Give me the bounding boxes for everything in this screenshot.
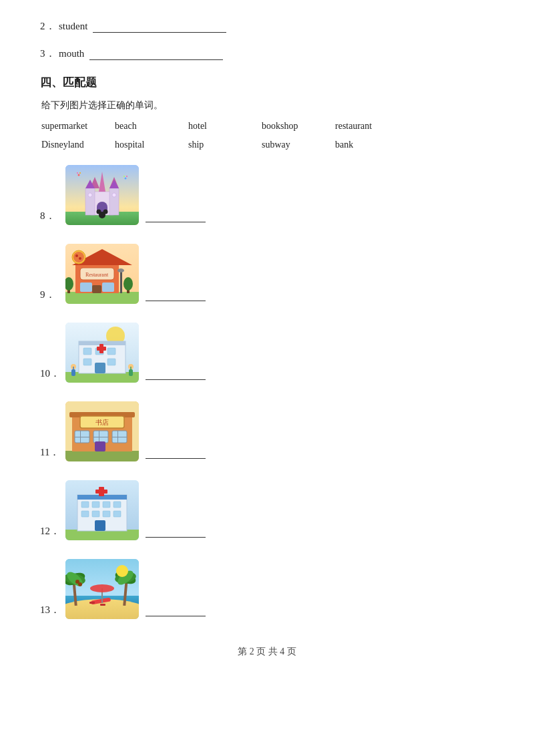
word-bank-hotel: hotel [188,121,262,132]
word-bank-bank: bank [335,140,409,150]
svg-rect-4 [109,188,119,215]
word-bank-subway: subway [262,140,335,150]
matching-num-8: 8． [40,210,65,225]
svg-rect-89 [95,490,107,494]
footer-text: 第 2 页 共 4 页 [238,646,296,656]
svg-rect-84 [81,511,89,517]
svg-point-35 [75,254,78,257]
matching-num-9: 9． [40,289,65,304]
svg-rect-74 [112,437,127,437]
svg-rect-23 [65,292,139,304]
beach-svg [65,559,139,619]
svg-rect-80 [81,502,89,508]
matching-row-9: 9． Restaurant [40,244,494,304]
hospital-svg [65,323,139,383]
fill-in-label-3: mouth [59,48,84,59]
beach-image [65,559,139,619]
matching-answer-12[interactable] [146,526,206,538]
word-bank-beach: beach [115,121,188,132]
word-bank-row1: supermarket beach hotel bookshop restaur… [41,121,494,132]
matching-row-12: 12． [40,480,494,540]
section4-desc: 给下列图片选择正确的单词。 [40,100,494,112]
word-bank-restaurant: restaurant [335,121,409,132]
svg-rect-28 [80,282,92,292]
svg-rect-83 [113,502,121,508]
svg-point-21 [126,176,127,177]
restaurant-image: Restaurant [65,244,139,304]
matching-answer-11[interactable] [146,447,206,459]
svg-rect-82 [103,502,110,508]
word-bank-bookshop: bookshop [262,121,335,132]
svg-rect-61 [65,451,139,461]
fill-in-row-3: 3． mouth [40,47,494,60]
matching-num-10: 10． [40,367,65,383]
matching-num-12: 12． [40,525,65,540]
svg-point-19 [125,178,127,180]
svg-rect-51 [95,363,105,373]
svg-point-34 [73,252,84,262]
svg-rect-46 [83,348,91,355]
disneyland-image [65,165,139,225]
matching-answer-8[interactable] [146,211,206,222]
svg-point-14 [97,210,101,214]
matching-row-8: 8． [40,165,494,225]
svg-rect-85 [92,511,99,517]
svg-point-36 [79,257,81,260]
fill-in-input-3[interactable] [89,48,223,60]
svg-rect-53 [97,347,106,351]
svg-rect-68 [75,437,89,437]
hotel-cross-svg [65,480,139,540]
svg-point-16 [78,174,80,176]
matching-answer-10[interactable] [146,369,206,380]
svg-rect-86 [103,511,110,517]
svg-point-32 [117,268,124,272]
svg-rect-30 [92,285,101,293]
svg-point-17 [79,172,81,174]
word-bank-hospital: hospital [115,140,188,150]
matching-items: 8． [40,165,494,619]
svg-rect-104 [100,604,105,606]
fill-in-num-3: 3． [40,47,59,60]
svg-point-107 [116,565,128,577]
svg-rect-11 [88,193,92,197]
svg-rect-71 [93,437,108,437]
section4-title: 四、匹配题 [40,75,97,90]
bookshop-svg: 书店 [65,401,139,461]
matching-answer-9[interactable] [146,290,206,301]
word-bank-disneyland: Disneyland [41,140,115,150]
matching-num-11: 11． [40,446,65,461]
svg-rect-87 [113,511,121,517]
svg-rect-50 [107,359,115,365]
svg-text:Restaurant: Restaurant [85,272,109,278]
svg-text:书店: 书店 [95,419,109,426]
svg-rect-31 [120,270,122,293]
svg-rect-12 [112,193,116,197]
svg-point-18 [77,172,78,174]
hotel-cross-image [65,480,139,540]
svg-rect-103 [89,602,95,604]
word-bank-row2: Disneyland hospital ship subway bank [41,140,494,150]
section4-header: 四、匹配题 [40,75,494,90]
bookshop-image: 书店 [65,401,139,461]
svg-point-109 [78,582,82,586]
svg-rect-29 [102,282,114,292]
word-bank-ship: ship [188,140,262,150]
word-bank-supermarket: supermarket [41,121,115,132]
matching-row-11: 11． 书店 [40,401,494,461]
svg-point-106 [90,584,114,592]
svg-point-40 [123,277,133,291]
disneyland-svg [65,165,139,225]
fill-in-section: 2． student 3． mouth [40,20,494,60]
fill-in-label-2: student [59,21,87,32]
matching-answer-13[interactable] [146,605,206,616]
restaurant-svg: Restaurant [65,244,139,304]
svg-point-20 [123,176,125,177]
svg-rect-75 [95,441,105,451]
word-bank: supermarket beach hotel bookshop restaur… [40,121,494,154]
page-footer: 第 2 页 共 4 页 [40,646,494,658]
matching-num-13: 13． [40,604,65,619]
fill-in-input-2[interactable] [93,21,226,33]
svg-rect-90 [95,520,105,531]
svg-point-15 [103,210,108,214]
fill-in-num-2: 2． [40,20,59,33]
